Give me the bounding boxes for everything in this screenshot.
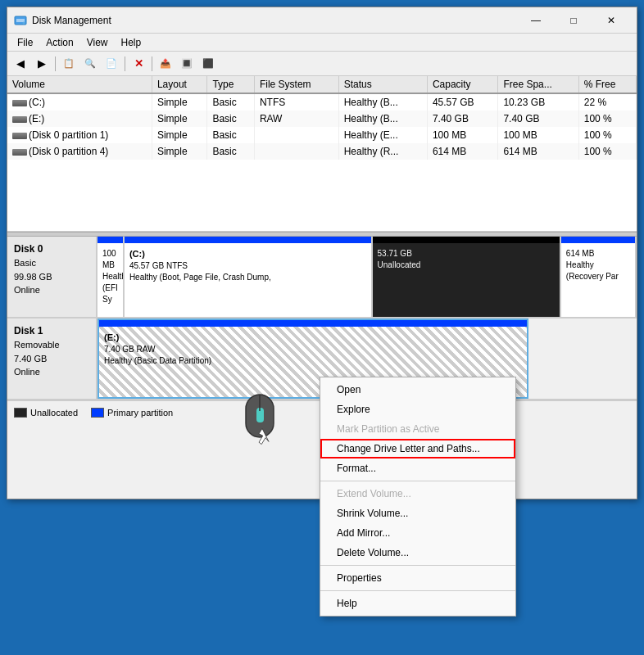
maximize-button[interactable]: □ <box>555 7 592 34</box>
raw-content: (E:) 7.40 GB RAW Healthy (Basic Data Par… <box>104 332 522 367</box>
cell-capacity: 45.57 GB <box>427 93 498 111</box>
cell-capacity: 614 MB <box>427 143 498 160</box>
ctx-explore[interactable]: Explore <box>320 400 515 419</box>
cell-free: 614 MB <box>498 143 578 160</box>
unalloc-size: 53.71 GB <box>378 248 555 260</box>
menu-view[interactable]: View <box>80 35 115 50</box>
ctx-help[interactable]: Help <box>320 594 515 613</box>
cell-status: Healthy (R... <box>338 143 427 160</box>
cell-type: Basic <box>207 111 255 127</box>
ctx-extend-volume: Extend Volume... <box>320 484 515 504</box>
disk1-state: Online <box>14 367 40 377</box>
ctx-change-drive-letter[interactable]: Change Drive Letter and Paths... <box>320 439 515 458</box>
table-row[interactable]: (Disk 0 partition 4) Simple Basic Health… <box>7 143 637 160</box>
disk0-partitions: 100 MB Healthy (EFI Sy (C:) 45.57 GB NTF… <box>98 237 637 317</box>
table-header-row: Volume Layout Type File System Status Ca… <box>7 76 637 93</box>
legend-primary-label: Primary partition <box>107 408 173 418</box>
menu-help[interactable]: Help <box>115 35 148 50</box>
toolbar-sep-1 <box>55 56 56 71</box>
legend-unalloc-box <box>14 408 27 418</box>
disk-view-button[interactable]: 🔳 <box>177 55 197 73</box>
boot-content: (C:) 45.57 GB NTFS Healthy (Boot, Page F… <box>129 248 366 283</box>
back-button[interactable]: ◀ <box>11 55 30 73</box>
partition-view-button[interactable]: ⬛ <box>198 55 218 73</box>
col-freespace: Free Spa... <box>498 76 578 93</box>
ctx-format[interactable]: Format... <box>320 458 515 478</box>
svg-point-2 <box>23 21 25 24</box>
menu-action[interactable]: Action <box>39 35 79 50</box>
ctx-open[interactable]: Open <box>320 380 515 400</box>
col-capacity: Capacity <box>427 76 498 93</box>
menu-bar: File Action View Help <box>7 34 637 52</box>
unalloc-content: 53.71 GB Unallocated <box>378 248 555 271</box>
cell-volume: (C:) <box>7 93 152 111</box>
table-row[interactable]: (E:) Simple Basic RAW Healthy (B... 7.40… <box>7 111 637 127</box>
cell-type: Basic <box>207 143 255 160</box>
cell-volume: (Disk 0 partition 4) <box>7 143 152 160</box>
cell-capacity: 7.40 GB <box>427 111 498 127</box>
cell-volume: (Disk 0 partition 1) <box>7 127 152 143</box>
app-icon <box>14 14 27 27</box>
cell-layout: Simple <box>152 127 206 143</box>
cell-fs: NTFS <box>254 93 338 111</box>
cell-layout: Simple <box>152 143 206 160</box>
ctx-properties[interactable]: Properties <box>320 568 515 588</box>
boot-size-fs: 45.57 GB NTFS <box>129 261 188 270</box>
legend-unalloc-label: Unallocated <box>30 408 78 418</box>
cell-type: Basic <box>207 93 255 111</box>
table-row[interactable]: (Disk 0 partition 1) Simple Basic Health… <box>7 127 637 143</box>
cell-capacity: 100 MB <box>427 127 498 143</box>
delete-button[interactable]: ✕ <box>129 55 148 73</box>
new-button[interactable]: 📄 <box>102 55 121 73</box>
disk0-type: Basic <box>14 258 36 268</box>
disk1-type: Removable <box>14 340 60 350</box>
disk1-label: Disk 1 Removable 7.40 GB Online <box>7 318 98 399</box>
boot-drive-letter: (C:) <box>129 249 145 259</box>
efi-label: Healthy (EFI Sy <box>102 271 118 305</box>
legend-primary-box <box>91 408 104 418</box>
cell-layout: Simple <box>152 111 206 127</box>
disk0-partition-unalloc[interactable]: 53.71 GB Unallocated <box>373 237 561 317</box>
menu-file[interactable]: File <box>11 35 39 50</box>
cell-status: Healthy (B... <box>338 93 427 111</box>
ctx-delete-volume[interactable]: Delete Volume... <box>320 543 515 562</box>
ctx-shrink-volume[interactable]: Shrink Volume... <box>320 504 515 523</box>
table-row[interactable]: (C:) Simple Basic NTFS Healthy (B... 45.… <box>7 93 637 111</box>
minimize-button[interactable]: — <box>517 7 555 34</box>
disk0-partition-recovery[interactable]: 614 MB Healthy (Recovery Par <box>561 237 637 317</box>
cell-free: 100 MB <box>498 127 578 143</box>
rescan-button[interactable]: 📤 <box>156 55 175 73</box>
raw-drive-letter: (E:) <box>104 332 119 342</box>
close-button[interactable]: ✕ <box>592 7 630 34</box>
cell-free: 10.23 GB <box>498 93 578 111</box>
recovery-size: 614 MB <box>566 248 630 260</box>
recovery-top-bar <box>561 237 635 243</box>
raw-top-bar <box>99 320 527 327</box>
properties-button[interactable]: 📋 <box>59 55 79 73</box>
ctx-add-mirror[interactable]: Add Mirror... <box>320 523 515 543</box>
disk0-partition-efi[interactable]: 100 MB Healthy (EFI Sy <box>98 237 125 317</box>
cell-fs: RAW <box>254 111 338 127</box>
unalloc-label: Unallocated <box>378 260 555 271</box>
col-status: Status <box>338 76 427 93</box>
raw-size: 7.40 GB RAW <box>104 345 155 354</box>
disk0-partition-c[interactable]: (C:) 45.57 GB NTFS Healthy (Boot, Page F… <box>125 237 373 317</box>
disk1-name: Disk 1 <box>14 325 43 337</box>
cell-status: Healthy (E... <box>338 127 427 143</box>
toolbar-sep-3 <box>152 56 152 71</box>
disk0-row: Disk 0 Basic 99.98 GB Online 100 MB Heal… <box>7 237 637 318</box>
svg-rect-1 <box>16 19 25 22</box>
raw-status: Healthy (Basic Data Partition) <box>104 356 211 365</box>
ctx-sep-2 <box>320 565 515 566</box>
col-type: Type <box>207 76 255 93</box>
cell-pct: 22 % <box>578 93 636 111</box>
forward-button[interactable]: ▶ <box>32 55 52 73</box>
efi-size: 100 MB <box>102 248 118 271</box>
efi-top-bar <box>98 237 123 243</box>
legend-unallocated: Unallocated <box>14 408 78 418</box>
window-title: Disk Management <box>32 15 517 26</box>
cell-pct: 100 % <box>578 143 636 160</box>
cell-status: Healthy (B... <box>338 111 427 127</box>
title-bar: Disk Management — □ ✕ <box>7 7 637 34</box>
help-toolbar-button[interactable]: 🔍 <box>80 55 100 73</box>
